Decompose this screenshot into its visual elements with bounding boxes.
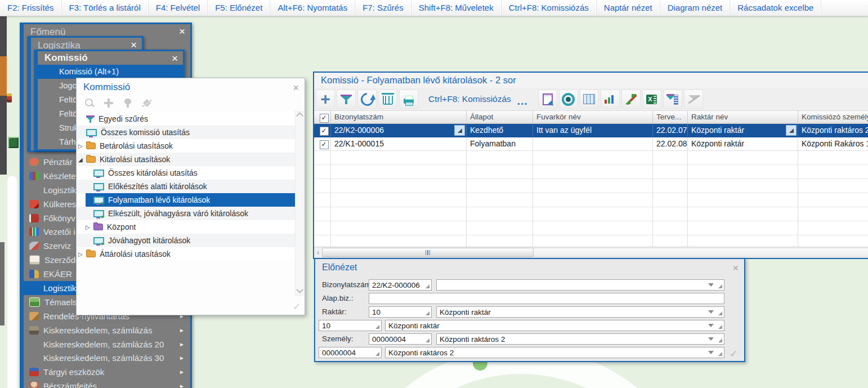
tree-item[interactable]: Egyedi szűrés [77,112,296,126]
dropdown-arrow-icon[interactable] [708,337,714,341]
close-icon[interactable]: × [131,39,137,50]
field-expand-icon[interactable] [375,352,379,356]
small-field[interactable]: 10 [319,320,382,331]
small-field[interactable]: 22/K2-000006 [369,279,432,291]
toolbar-item[interactable]: F3: Törlés a listáról [62,0,149,16]
cell-expand-button[interactable] [786,125,797,136]
wide-field[interactable] [436,279,724,291]
scrollbar-thumb[interactable] [322,248,534,257]
column-header[interactable]: Raktár név [688,111,798,123]
more-options-button[interactable]: … [517,95,529,108]
tree-item[interactable]: ◢Kitárolási utasítások [77,153,296,166]
wide-field[interactable]: Központi raktáros 2 [385,347,724,358]
toolbar-item[interactable]: F5: Előnézet [208,0,270,16]
dropdown-arrow-icon[interactable] [708,310,714,314]
sidebar-item[interactable]: Bérszámfejtés► [24,379,190,388]
tree-scrollbar[interactable] [295,111,303,296]
small-field[interactable]: 10 [369,306,432,318]
scrollbar-track[interactable] [534,248,868,257]
print-button[interactable] [399,90,418,109]
field-expand-icon[interactable] [718,325,722,329]
grid-button[interactable] [580,90,599,109]
select-all-checkbox[interactable]: ✓ [320,114,329,123]
toolbar-item[interactable]: F2: Frissítés [0,0,62,16]
column-header[interactable]: Bizonylatszám [331,111,467,123]
full-field[interactable] [369,293,724,304]
tree-item[interactable]: Jóváhagyott kitárolások [77,234,296,247]
sidebar-item[interactable]: Tárgyi eszközök► [24,365,190,379]
caret-collapsed-icon[interactable]: ▷ [78,143,86,149]
komissiozas-action-button[interactable]: Ctrl+F8: Komissiózás [428,94,511,104]
cell-expand-button[interactable] [454,125,465,136]
table-row[interactable]: ✓22/K2-000006KezdhetőItt van az ügyfél22… [314,124,868,137]
caret-collapsed-icon[interactable]: ▷ [86,224,93,230]
toolbar-item[interactable]: Alt+F6: Nyomtatás [270,0,355,16]
column-header[interactable]: Állapot [467,111,533,123]
toolbar-item[interactable]: F7: Szűrés [355,0,411,16]
wide-field[interactable]: Központi raktáros 2 [436,333,724,345]
filter-clear-button[interactable] [684,90,703,109]
horizontal-scrollbar[interactable]: ‹ [314,247,868,258]
excel-button[interactable] [642,90,661,109]
toolbar-item[interactable]: F4: Felvétel [149,0,208,16]
row-select-cell[interactable]: ✓ [314,124,331,137]
dropdown-arrow-icon[interactable] [708,324,714,327]
toolbar-item[interactable]: Naptár nézet [597,0,660,16]
tree-item[interactable]: Folyamatban lévő kitárolások [77,193,296,207]
menu-item[interactable]: Komissió (Alt+1) [38,65,183,79]
caret-collapsed-icon[interactable]: ▷ [78,251,86,257]
filter-col-button[interactable] [663,90,682,109]
wide-field[interactable]: Központi raktár [436,306,724,318]
field-expand-icon[interactable] [375,325,379,329]
row-checkbox[interactable]: ✓ [320,127,329,136]
tree-item[interactable]: Elkészült, jóváhagyásra váró kitárolások [77,207,296,220]
field-expand-icon[interactable] [426,338,429,342]
row-select-cell[interactable]: ✓ [314,137,331,150]
tree-item[interactable]: ▷Központ [77,220,296,234]
tree-icon[interactable] [123,98,133,108]
delete-button[interactable] [378,90,397,109]
close-icon[interactable]: × [179,26,185,37]
toolbar-item[interactable]: Shift+F8: Műveletek [411,0,502,16]
column-header[interactable]: Fuvarkör név [533,111,653,123]
sidebar-item[interactable]: Kiskereskedelem, számlázás 30► [24,351,190,365]
form-button[interactable] [538,90,557,109]
pin-off-icon[interactable] [142,98,152,108]
eye-button[interactable] [559,90,578,109]
toolbar-item[interactable]: Ctrl+F8: Komissiózás [502,0,597,16]
caret-expanded-icon[interactable]: ◢ [78,157,86,163]
column-header[interactable]: ✓ [314,111,331,123]
sidebar-item[interactable]: Kiskereskedelem, számlázás► [24,323,190,337]
add-icon[interactable] [104,98,114,108]
dropdown-arrow-icon[interactable] [708,351,714,354]
column-header[interactable]: Terve... [653,111,688,123]
chart-button[interactable] [601,90,620,109]
field-expand-icon[interactable] [718,338,722,342]
field-expand-icon[interactable] [718,311,722,315]
small-field[interactable]: 00000004 [319,347,382,358]
refresh-button[interactable] [357,90,377,109]
column-header[interactable]: Komissiózó személy n [798,111,868,123]
unlink-button[interactable] [621,90,641,109]
search-icon[interactable] [84,98,95,108]
field-expand-icon[interactable] [718,352,722,356]
toolbar-item[interactable]: Rácsadatok excelbe [730,0,821,16]
tree-item[interactable]: Összes komissió utasítás [77,126,296,139]
row-checkbox[interactable]: ✓ [320,140,329,149]
table-row[interactable]: ✓22/K1-000015Folyamatban22.02.08Központi… [314,137,868,151]
field-expand-icon[interactable] [718,284,722,288]
sidebar-item[interactable]: Kiskereskedelem, számlázás 20► [24,337,190,351]
tree-item[interactable]: ▷Betárolási utasítások [77,139,296,153]
dropdown-arrow-icon[interactable] [708,283,714,287]
wide-field[interactable]: Központi raktár [385,320,724,331]
tree-item[interactable]: Előkészítés alatti kitárolások [77,180,296,193]
close-icon[interactable]: × [732,262,739,274]
tree-item[interactable]: Összes kitárolási utasítás [77,166,296,180]
small-field[interactable]: 00000004 [369,333,432,345]
toolbar-item[interactable]: Diagram nézet [660,0,731,16]
filter-button[interactable] [337,90,356,109]
tree-item[interactable]: ▷Áttárolási utasítások [77,247,296,261]
scroll-left-icon[interactable]: ‹ [314,248,322,257]
field-expand-icon[interactable] [426,284,429,288]
close-icon[interactable]: × [293,82,299,94]
